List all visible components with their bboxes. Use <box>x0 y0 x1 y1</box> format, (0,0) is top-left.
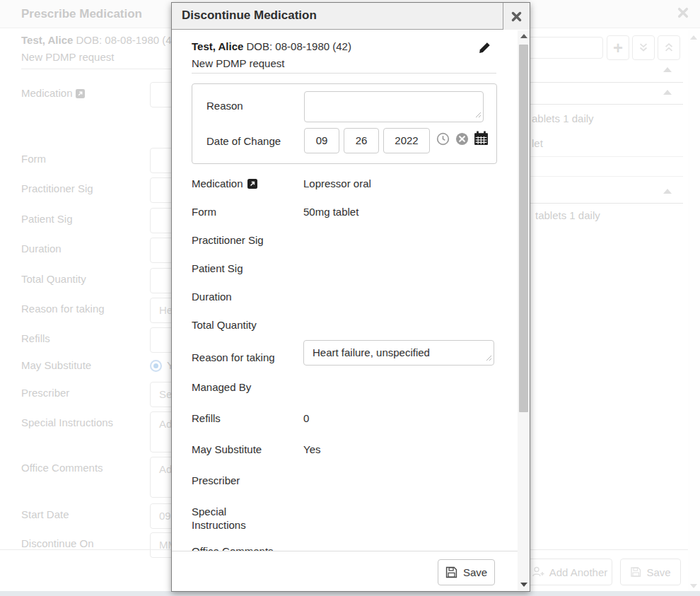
modal-scrollbar[interactable] <box>518 30 530 590</box>
refills-label: Refills <box>192 411 303 425</box>
field-row-special-instructions: Special Instructions <box>192 505 498 544</box>
add-button[interactable]: + <box>607 35 629 60</box>
section-collapse-caret[interactable] <box>663 67 672 72</box>
prescribe-title: Prescribe Medication <box>21 7 142 21</box>
reason-for-taking-label: Reason for taking <box>192 346 303 364</box>
reason-for-taking-input[interactable]: Heart failure, unspecified <box>303 340 494 366</box>
resize-handle-icon[interactable] <box>486 351 492 363</box>
bg-label-may-substitute: May Substitute <box>21 359 91 371</box>
field-row-patient-sig: Patient Sig <box>192 262 498 290</box>
bg-label-patient-sig: Patient Sig <box>21 213 73 225</box>
screen: Prescribe Medication Test, Alice DOB: 08… <box>0 0 700 596</box>
bg-label-refills: Refills <box>21 332 50 344</box>
medication-label: Medication <box>192 177 243 190</box>
save-icon <box>630 566 641 578</box>
double-chevron-down-icon <box>638 42 649 53</box>
field-row-office-comments: Office Comments <box>192 544 498 551</box>
office-comments-label: Office Comments <box>192 544 303 551</box>
scroll-down-icon[interactable] <box>518 579 530 590</box>
form-value: 50mg tablet <box>303 205 358 218</box>
bg-label-special-instructions: Special Instructions <box>21 416 113 428</box>
scroll-down-icon[interactable] <box>690 584 697 588</box>
person-plus-icon <box>532 566 544 578</box>
bg-label-practitioner-sig: Practitioner Sig <box>21 182 93 194</box>
bg-label-reason-for-taking: Reason for taking <box>21 303 105 315</box>
managed-by-label: Managed By <box>192 380 303 394</box>
medication-value: Lopressor oral <box>303 177 371 190</box>
bg-med-summary-1: ablets 1 daily <box>532 112 594 124</box>
save-button[interactable]: Save <box>438 559 495 585</box>
bg-label-discontinue-on: Discontinue On <box>21 537 94 549</box>
scrollbar-thumb[interactable] <box>519 45 528 412</box>
discontinue-medication-dialog: Discontinue Medication Test, Alice DOB: … <box>171 2 530 592</box>
scroll-up-icon[interactable] <box>690 35 697 40</box>
close-button[interactable] <box>503 3 530 30</box>
clock-icon[interactable] <box>436 132 450 148</box>
bg-pdmp-request: New PDMP request <box>21 51 114 63</box>
may-substitute-label: May Substitute <box>192 443 303 456</box>
modal-body: Test, Alice DOB: 08-08-1980 (42) New PDM… <box>172 30 518 551</box>
bg-label-prescriber: Prescriber <box>21 387 69 399</box>
bg-label-office-comments: Office Comments <box>21 462 103 474</box>
bg-label-form: Form <box>21 153 46 165</box>
scroll-up-icon[interactable] <box>518 30 530 42</box>
duration-label: Duration <box>192 290 303 303</box>
bg-label-total-quantity: Total Quantity <box>21 273 86 285</box>
bg-search-input[interactable] <box>523 37 603 59</box>
bg-label-start-date: Start Date <box>21 508 69 520</box>
date-year-input[interactable]: 2022 <box>383 128 430 153</box>
reason-input[interactable] <box>304 91 484 122</box>
bg-bottom-strip <box>0 591 700 596</box>
modal-header: Discontinue Medication <box>172 3 530 30</box>
form-label: Form <box>192 205 303 218</box>
add-another-button[interactable]: Add Another <box>527 559 612 585</box>
date-month-input[interactable]: 09 <box>304 128 339 153</box>
bg-label-medication: Medication <box>21 87 85 99</box>
field-row-reason-for-taking: Reason for taking Heart failure, unspeci… <box>192 346 498 380</box>
external-link-icon[interactable] <box>247 179 257 189</box>
modal-footer: Save <box>172 551 518 591</box>
total-quantity-label: Total Quantity <box>192 318 303 332</box>
field-row-may-substitute: May Substitute Yes <box>192 443 498 474</box>
refills-value: 0 <box>303 411 309 425</box>
discontinue-reason-box: Reason Date of Change 09 26 2022 <box>192 83 497 164</box>
resize-handle-icon[interactable] <box>475 108 482 120</box>
field-row-medication: Medication Lopressor oral <box>192 177 498 205</box>
bg-scrollbar[interactable] <box>688 29 700 591</box>
field-row-managed-by: Managed By <box>192 380 498 411</box>
double-chevron-up-icon <box>663 42 675 53</box>
section-collapse-caret[interactable] <box>663 90 672 95</box>
practitioner-sig-label: Practitioner Sig <box>192 233 303 247</box>
patient-sig-label: Patient Sig <box>192 262 303 275</box>
special-instructions-label: Special Instructions <box>192 505 255 532</box>
field-row-refills: Refills 0 <box>192 411 498 443</box>
bg-may-substitute-radio[interactable] <box>150 360 162 372</box>
external-link-icon <box>76 89 85 98</box>
field-row-form: Form 50mg tablet <box>192 205 498 233</box>
reason-label: Reason <box>206 100 243 112</box>
may-substitute-value: Yes <box>303 443 320 456</box>
modal-title: Discontinue Medication <box>182 8 317 23</box>
edit-pencil-icon[interactable] <box>479 42 491 56</box>
date-day-input[interactable]: 26 <box>344 128 379 153</box>
field-row-practitioner-sig: Practitioner Sig <box>192 233 498 262</box>
field-row-duration: Duration <box>192 290 498 318</box>
expand-all-button[interactable] <box>632 35 655 60</box>
calendar-icon[interactable] <box>474 131 489 148</box>
prescriber-label: Prescriber <box>192 474 303 487</box>
bg-med-summary-3: tablets 1 daily <box>535 209 600 221</box>
close-icon[interactable] <box>677 7 692 21</box>
bg-patient-info: Test, Alice DOB: 08-08-1980 (42 <box>21 34 177 46</box>
divider <box>192 73 496 74</box>
bg-save-button[interactable]: Save <box>620 559 681 585</box>
section-collapse-caret[interactable] <box>663 189 672 194</box>
field-row-prescriber: Prescriber <box>192 474 498 505</box>
bg-med-summary-2: let <box>532 137 543 149</box>
clear-date-icon[interactable] <box>455 132 469 148</box>
close-icon <box>511 11 522 22</box>
pdmp-request: New PDMP request <box>192 57 284 69</box>
collapse-all-button[interactable] <box>658 35 680 60</box>
medication-details: Medication Lopressor oral Form 50mg tabl… <box>192 177 498 551</box>
date-of-change-label: Date of Change <box>206 135 281 147</box>
plus-icon: + <box>613 40 623 57</box>
